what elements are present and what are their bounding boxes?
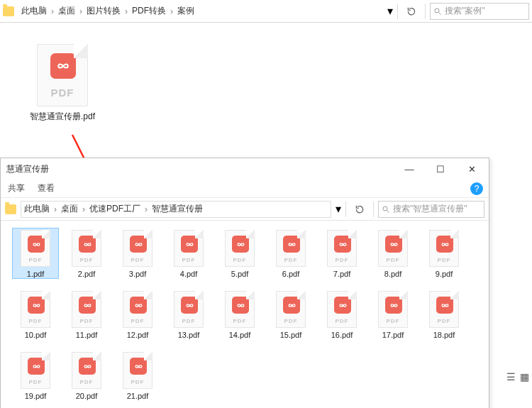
window-controls: — ☐ ✕ (394, 159, 487, 179)
file-item[interactable]: PDF20.pdf (63, 350, 110, 401)
file-name: 4.pdf (166, 270, 211, 278)
icons-view-icon[interactable]: ▦ (520, 371, 529, 382)
file-name: 17.pdf (370, 331, 416, 339)
folder-icon (3, 6, 14, 16)
breadcrumb-item[interactable]: 此电脑 (24, 203, 50, 215)
tab-share[interactable]: 共享 (8, 182, 25, 194)
help-icon[interactable]: ? (470, 182, 483, 195)
file-item[interactable]: PDF6.pdf (267, 228, 314, 279)
breadcrumb[interactable]: 此电脑›桌面›图片转换›PDF转换›案例 (18, 5, 383, 17)
file-item[interactable]: PDF18.pdf (421, 289, 467, 340)
search-icon (382, 205, 390, 214)
chevron-right-icon: › (145, 204, 148, 214)
search-input[interactable]: 搜索"案例" (430, 3, 529, 20)
breadcrumb-item[interactable]: 优速PDF工厂 (89, 203, 140, 215)
file-type-label: PDF (328, 318, 356, 324)
pdf-file-icon: PDF (123, 291, 153, 328)
file-name: 15.pdf (268, 331, 314, 339)
file-type-label: PDF (123, 257, 152, 263)
divider (397, 4, 398, 19)
file-item[interactable]: PDF15.pdf (267, 289, 314, 340)
chevron-right-icon: › (125, 6, 128, 16)
file-type-label: PDF (226, 257, 254, 263)
breadcrumb-item[interactable]: PDF转换 (132, 5, 166, 17)
chevron-down-icon[interactable]: ▾ (336, 202, 341, 216)
file-item[interactable]: PDF3.pdf (114, 228, 161, 279)
file-type-label: PDF (379, 257, 407, 263)
address-bar: 此电脑›桌面›图片转换›PDF转换›案例 ▾ 搜索"案例" (0, 0, 532, 23)
file-item[interactable]: PDF1.pdf (12, 228, 59, 279)
file-type-label: PDF (38, 87, 87, 99)
file-item[interactable]: PDF10.pdf (12, 289, 59, 340)
file-name: 2.pdf (64, 270, 109, 278)
breadcrumb-item[interactable]: 案例 (177, 5, 194, 17)
file-type-label: PDF (72, 379, 101, 385)
titlebar[interactable]: 慧通宣传册 — ☐ ✕ (1, 158, 489, 180)
file-item[interactable]: PDF2.pdf (63, 228, 110, 279)
file-type-label: PDF (72, 318, 101, 324)
chevron-right-icon: › (82, 204, 85, 214)
file-item[interactable]: PDF17.pdf (370, 289, 416, 340)
divider (345, 202, 346, 217)
pdf-file-icon: PDF (378, 230, 408, 267)
search-placeholder: 搜索"案例" (445, 5, 485, 17)
file-item[interactable]: PDF9.pdf (421, 228, 467, 279)
refresh-button[interactable] (402, 2, 421, 21)
pdf-file-icon: PDF (225, 291, 255, 328)
details-view-icon[interactable]: ☰ (506, 371, 516, 382)
file-name: 11.pdf (64, 331, 109, 339)
breadcrumb[interactable]: 此电脑›桌面›优速PDF工厂›智慧通宣传册 (21, 201, 331, 218)
pdf-file-icon: PDF (327, 230, 357, 267)
breadcrumb-item[interactable]: 图片转换 (87, 5, 121, 17)
pdf-file-icon: PDF (37, 44, 88, 106)
chevron-right-icon: › (79, 6, 82, 16)
maximize-button[interactable]: ☐ (425, 159, 456, 179)
search-input[interactable]: 搜索"智慧通宣传册" (378, 201, 484, 218)
file-pane: PDF 智慧通宣传册.pdf (0, 23, 532, 151)
minimize-button[interactable]: — (394, 159, 425, 179)
file-item[interactable]: PDF13.pdf (165, 289, 212, 340)
file-item[interactable]: PDF19.pdf (12, 350, 59, 401)
pdf-file-icon: PDF (174, 230, 204, 267)
file-item[interactable]: PDF7.pdf (318, 228, 365, 279)
close-button[interactable]: ✕ (456, 159, 487, 179)
view-mode-switch[interactable]: ☰ ▦ (506, 371, 529, 382)
file-item[interactable]: PDF8.pdf (370, 228, 416, 279)
file-type-label: PDF (430, 318, 458, 324)
file-item[interactable]: PDF5.pdf (216, 228, 263, 279)
file-name: 21.pdf (115, 392, 160, 400)
pdf-file-icon: PDF (174, 291, 204, 328)
file-type-label: PDF (174, 318, 203, 324)
file-item[interactable]: PDF16.pdf (318, 289, 365, 340)
file-name: 19.pdf (13, 392, 58, 400)
window-title: 慧通宣传册 (6, 163, 49, 175)
breadcrumb-item[interactable]: 此电脑 (21, 5, 47, 17)
pdf-file-icon: PDF (429, 230, 459, 267)
pdf-file-icon: PDF (21, 291, 50, 328)
file-type-label: PDF (277, 257, 305, 263)
file-item[interactable]: PDF14.pdf (216, 289, 263, 340)
file-name: 12.pdf (115, 331, 160, 339)
file-type-label: PDF (277, 318, 305, 324)
breadcrumb-item[interactable]: 桌面 (61, 203, 78, 215)
pdf-file-icon: PDF (225, 230, 255, 267)
file-item[interactable]: PDF12.pdf (114, 289, 161, 340)
file-item[interactable]: PDF4.pdf (165, 228, 212, 279)
folder-icon (5, 204, 16, 214)
file-type-label: PDF (123, 379, 152, 385)
chevron-down-icon[interactable]: ▾ (387, 4, 393, 18)
breadcrumb-item[interactable]: 智慧通宣传册 (152, 203, 203, 215)
file-type-label: PDF (21, 257, 50, 263)
file-name: 14.pdf (217, 331, 262, 339)
pdf-file-icon: PDF (327, 291, 357, 328)
tab-view[interactable]: 查看 (38, 182, 55, 194)
file-item[interactable]: PDF21.pdf (114, 350, 161, 401)
file-item[interactable]: PDF11.pdf (63, 289, 110, 340)
file-name: 5.pdf (217, 270, 262, 278)
refresh-button[interactable] (350, 200, 369, 219)
breadcrumb-item[interactable]: 桌面 (58, 5, 75, 17)
file-type-label: PDF (328, 257, 356, 263)
file-item[interactable]: PDF 智慧通宣传册.pdf (28, 44, 96, 123)
pdf-file-icon: PDF (378, 291, 408, 328)
file-name: 3.pdf (115, 270, 160, 278)
